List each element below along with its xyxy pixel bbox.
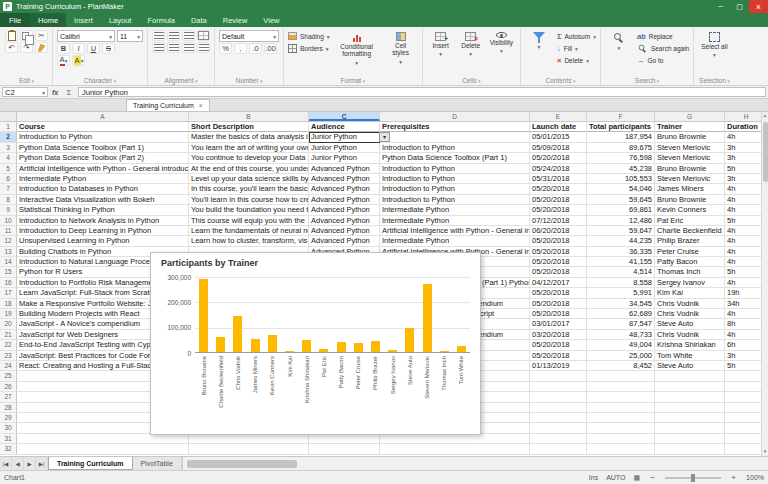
function-wizard-button[interactable]: fx	[48, 86, 62, 98]
cut-button[interactable]: ✂	[35, 30, 48, 41]
cell-C6[interactable]: Advanced Python	[309, 174, 380, 184]
cell-G18[interactable]: Chris Vodnik	[655, 299, 725, 309]
cell-A8[interactable]: Interactive Data Visualization with Boke…	[17, 195, 189, 205]
scroll-up-icon[interactable]: ▲	[763, 112, 767, 120]
cell-dropdown-icon[interactable]	[379, 132, 390, 142]
status-insert-mode[interactable]: Ins	[589, 474, 598, 481]
cell-G7[interactable]: James Miners	[655, 184, 725, 194]
cell-G29[interactable]	[655, 413, 725, 423]
scrollbar-thumb[interactable]	[763, 122, 768, 182]
cell-G12[interactable]: Philip Brazer	[655, 236, 725, 246]
sheet-nav-next-button[interactable]	[24, 457, 36, 470]
cell-F6[interactable]: 105,553	[587, 174, 655, 184]
cell-E24[interactable]: 01/13/2019	[530, 361, 587, 371]
cell-D5[interactable]: Introduction to Python	[380, 164, 530, 174]
cell-F31[interactable]	[587, 434, 655, 444]
cell-E27[interactable]	[530, 392, 587, 402]
borders-button[interactable]: Borders	[288, 42, 330, 54]
cell-C11[interactable]: Advanced Python	[309, 226, 380, 236]
column-header-D[interactable]: D	[380, 112, 530, 121]
cell-B8[interactable]: You'll learn in this course how to cre	[189, 195, 309, 205]
column-header-G[interactable]: G	[655, 112, 725, 121]
cell-G1[interactable]: Trainer	[655, 122, 725, 132]
cell-B31[interactable]	[189, 434, 309, 444]
cell-A2[interactable]: Introduction to Python	[17, 132, 189, 142]
cell-F4[interactable]: 76,598	[587, 153, 655, 163]
cell-D8[interactable]: Introduction to Python	[380, 195, 530, 205]
group-label-cells[interactable]: Cells	[427, 76, 516, 85]
vertical-scrollbar[interactable]: ▲ ▼	[761, 112, 768, 456]
thousands-separator-button[interactable]: ,	[234, 43, 247, 54]
cell-B7[interactable]: In this course, you'll learn the basics	[189, 184, 309, 194]
search-again-button[interactable]: Search again	[637, 42, 689, 54]
cell-D6[interactable]: Introduction to Python	[380, 174, 530, 184]
group-label-search[interactable]: Search	[605, 76, 689, 85]
delete-contents-button[interactable]: ×Delete	[557, 54, 596, 66]
replace-button[interactable]: abReplace	[637, 30, 689, 42]
cell-E11[interactable]: 06/20/2018	[530, 226, 587, 236]
sheet-tab-training-curriculum[interactable]: Training Curriculum	[48, 457, 133, 470]
cell-B10[interactable]: This course will equip you with the	[189, 216, 309, 226]
row-header-17[interactable]: 17	[0, 288, 17, 298]
cell-D7[interactable]: Introduction to Python	[380, 184, 530, 194]
cell-C2[interactable]: Junior Python	[309, 132, 380, 142]
cell-C8[interactable]: Advanced Python	[309, 195, 380, 205]
cell-F24[interactable]: 8,452	[587, 361, 655, 371]
bold-button[interactable]: B	[57, 43, 70, 54]
status-calc-mode[interactable]: AUTO	[606, 474, 625, 481]
cell-G16[interactable]: Sergey Ivanov	[655, 278, 725, 288]
cell-F28[interactable]	[587, 403, 655, 413]
font-name-select[interactable]: Calibri	[57, 30, 115, 42]
cell-E4[interactable]: 05/20/2018	[530, 153, 587, 163]
cell-G6[interactable]: Steven Meriovic	[655, 174, 725, 184]
cell-B4[interactable]: You continue to develop your Data S	[189, 153, 309, 163]
row-header-1[interactable]: 1	[0, 122, 17, 132]
column-header-A[interactable]: A	[17, 112, 189, 121]
menu-tab-review[interactable]: Review	[215, 13, 256, 27]
cell-F27[interactable]	[587, 392, 655, 402]
cell-F30[interactable]	[587, 423, 655, 433]
cell-B12[interactable]: Learn how to cluster, transform, vis	[189, 236, 309, 246]
cell-A9[interactable]: Statistical Thinking in Python	[17, 205, 189, 215]
column-header-C[interactable]: C	[309, 112, 380, 121]
cell-F29[interactable]	[587, 413, 655, 423]
cell-A10[interactable]: Introduction to Network Analysis in Pyth…	[17, 216, 189, 226]
cell-F20[interactable]: 87,547	[587, 319, 655, 329]
cell-B32[interactable]	[189, 444, 309, 454]
cell-D9[interactable]: Intermediate Python	[380, 205, 530, 215]
strikethrough-button[interactable]: S	[102, 43, 115, 54]
document-tab-training-curriculum[interactable]: Training Curriculum	[126, 99, 210, 111]
font-color-button[interactable]: A	[57, 55, 70, 66]
row-header-28[interactable]: 28	[0, 403, 17, 413]
copy-button[interactable]	[20, 30, 33, 41]
align-left-button[interactable]	[152, 30, 165, 41]
row-header-4[interactable]: 4	[0, 153, 17, 163]
cell-G3[interactable]: Steven Meriovic	[655, 143, 725, 153]
zoom-out-button[interactable]: −	[648, 473, 657, 482]
row-header-26[interactable]: 26	[0, 382, 17, 392]
cell-G22[interactable]: Krishna Shiriakan	[655, 340, 725, 350]
goto-button[interactable]: →Go to	[637, 54, 689, 66]
percent-format-button[interactable]: %	[219, 43, 232, 54]
cell-F18[interactable]: 34,545	[587, 299, 655, 309]
wrap-text-button[interactable]	[197, 42, 210, 53]
menu-tab-formula[interactable]: Formula	[139, 13, 183, 27]
cell-F22[interactable]: 49,004	[587, 340, 655, 350]
align-middle-button[interactable]	[167, 42, 180, 53]
cell-C5[interactable]: Advanced Python	[309, 164, 380, 174]
cell-E25[interactable]	[530, 371, 587, 381]
paste-button[interactable]	[5, 30, 18, 41]
row-header-13[interactable]: 13	[0, 247, 17, 257]
cell-F12[interactable]: 44,235	[587, 236, 655, 246]
cell-G26[interactable]	[655, 382, 725, 392]
sheet-nav-last-button[interactable]	[36, 457, 48, 470]
cell-E22[interactable]: 05/20/2018	[530, 340, 587, 350]
row-header-31[interactable]: 31	[0, 434, 17, 444]
cell-E6[interactable]: 05/31/2018	[530, 174, 587, 184]
menu-tab-insert[interactable]: Insert	[66, 13, 101, 27]
group-label-character[interactable]: Character	[57, 76, 143, 85]
cell-C31[interactable]	[309, 434, 380, 444]
maximize-button[interactable]	[730, 0, 749, 13]
menu-tab-home[interactable]: Home	[30, 13, 66, 27]
cell-C10[interactable]: Advanced Python	[309, 216, 380, 226]
